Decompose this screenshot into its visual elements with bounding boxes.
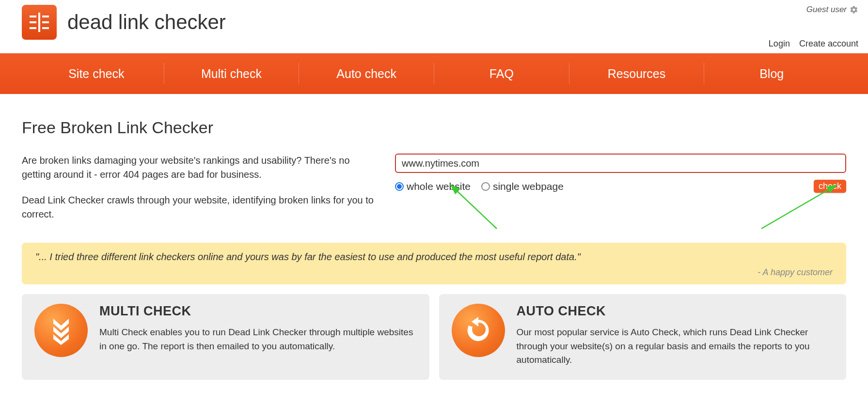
intro-text: Are broken links damaging your website's… xyxy=(22,154,380,233)
nav-blog[interactable]: Blog xyxy=(704,63,839,84)
radio-icon xyxy=(395,182,404,191)
feature-auto-desc: Our most popular service is Auto Check, … xyxy=(517,326,834,367)
radio-whole-website[interactable]: whole website xyxy=(395,181,471,192)
feature-auto-check[interactable]: AUTO CHECK Our most popular service is A… xyxy=(439,294,847,380)
testimonial-attribution: - A happy customer xyxy=(35,267,833,278)
checker-form: whole website single webpage check xyxy=(395,154,846,233)
content: Free Broken Link Checker Are broken link… xyxy=(0,94,868,380)
radio-whole-label: whole website xyxy=(407,181,471,192)
feature-auto-title: AUTO CHECK xyxy=(517,304,834,319)
top-bar: dead link checker Guest user Login Creat… xyxy=(0,0,868,53)
feature-multi-check[interactable]: MULTI CHECK Multi Check enables you to r… xyxy=(22,294,429,380)
gear-icon[interactable] xyxy=(850,5,858,14)
nav-faq[interactable]: FAQ xyxy=(434,63,569,84)
feature-multi-title: MULTI CHECK xyxy=(99,304,417,319)
url-input[interactable] xyxy=(395,154,846,173)
nav-resources[interactable]: Resources xyxy=(569,63,705,84)
auto-check-icon xyxy=(452,304,505,357)
intro-paragraph-1: Are broken links damaging your website's… xyxy=(22,154,380,182)
guest-user-label: Guest user xyxy=(806,5,858,15)
nav-site-check[interactable]: Site check xyxy=(29,63,164,84)
radio-group: whole website single webpage xyxy=(395,181,564,192)
intro-row: Are broken links damaging your website's… xyxy=(22,154,846,233)
svg-rect-0 xyxy=(38,13,40,32)
testimonial-box: "... I tried three different link checke… xyxy=(22,243,846,284)
feature-multi-desc: Multi Check enables you to run Dead Link… xyxy=(99,326,417,353)
guest-user-text: Guest user xyxy=(806,5,847,15)
logo-icon[interactable] xyxy=(22,5,57,40)
options-row: whole website single webpage check xyxy=(395,180,846,193)
testimonial-text: "... I tried three different link checke… xyxy=(35,251,833,263)
radio-single-webpage[interactable]: single webpage xyxy=(481,181,564,192)
page-title: Free Broken Link Checker xyxy=(22,118,846,137)
radio-single-label: single webpage xyxy=(493,181,564,192)
main-nav: Site check Multi check Auto check FAQ Re… xyxy=(0,53,868,94)
nav-multi-check[interactable]: Multi check xyxy=(164,63,300,84)
intro-paragraph-2: Dead Link Checker crawls through your we… xyxy=(22,193,380,221)
login-link[interactable]: Login xyxy=(769,39,790,48)
feature-body: MULTI CHECK Multi Check enables you to r… xyxy=(99,304,417,367)
feature-cards: MULTI CHECK Multi Check enables you to r… xyxy=(22,294,846,380)
multi-check-icon xyxy=(34,304,88,357)
nav-auto-check[interactable]: Auto check xyxy=(299,63,434,84)
site-title: dead link checker xyxy=(67,11,226,34)
create-account-link[interactable]: Create account xyxy=(799,39,858,48)
radio-icon xyxy=(481,182,490,191)
check-button[interactable]: check xyxy=(814,180,846,193)
auth-links: Login Create account xyxy=(762,39,858,49)
feature-body: AUTO CHECK Our most popular service is A… xyxy=(517,304,834,367)
